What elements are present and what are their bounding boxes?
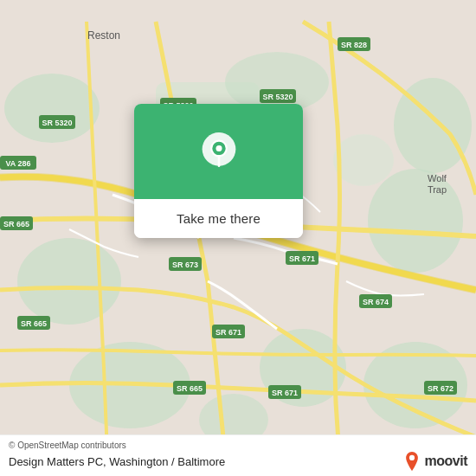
svg-point-44 <box>215 145 222 151</box>
bottom-info-row: Design Matters PC, Washington / Baltimor… <box>9 452 467 471</box>
svg-text:SR 673: SR 673 <box>172 261 198 269</box>
svg-text:SR 828: SR 828 <box>341 41 367 49</box>
svg-text:Reston: Reston <box>87 29 120 42</box>
svg-text:SR 5320: SR 5320 <box>42 119 72 127</box>
svg-text:VA 286: VA 286 <box>5 159 30 168</box>
copyright-text: © OpenStreetMap contributors <box>9 441 467 450</box>
svg-text:Wolf: Wolf <box>428 173 447 183</box>
svg-text:SR 672: SR 672 <box>428 384 453 393</box>
map-container: SR 828 SR 5320 SR 5320 SR 5320 VA 286 SR… <box>0 0 476 476</box>
svg-text:SR 665: SR 665 <box>177 384 203 393</box>
svg-text:SR 671: SR 671 <box>272 389 298 397</box>
map-svg: SR 828 SR 5320 SR 5320 SR 5320 VA 286 SR… <box>0 0 476 476</box>
popup-card: Take me there <box>134 104 303 238</box>
moovit-pin-icon <box>402 452 421 471</box>
svg-text:SR 671: SR 671 <box>289 254 315 263</box>
location-text: Design Matters PC, Washington / Baltimor… <box>9 455 225 468</box>
svg-text:SR 5320: SR 5320 <box>262 93 293 101</box>
svg-point-3 <box>17 238 121 325</box>
location-pin-icon <box>200 132 238 170</box>
moovit-text: moovit <box>425 453 467 469</box>
svg-text:Trap: Trap <box>428 184 447 195</box>
svg-point-0 <box>4 74 100 143</box>
svg-text:SR 671: SR 671 <box>215 328 241 337</box>
svg-point-45 <box>408 455 414 460</box>
svg-text:SR 665: SR 665 <box>21 319 47 328</box>
bottom-bar: © OpenStreetMap contributors Design Matt… <box>0 434 476 476</box>
svg-text:SR 674: SR 674 <box>363 298 389 306</box>
svg-point-2 <box>368 169 463 273</box>
svg-point-8 <box>333 134 394 186</box>
svg-text:SR 665: SR 665 <box>3 220 29 228</box>
popup-green-area <box>134 104 303 199</box>
take-me-there-button[interactable]: Take me there <box>134 199 303 238</box>
moovit-logo: moovit <box>402 452 467 471</box>
